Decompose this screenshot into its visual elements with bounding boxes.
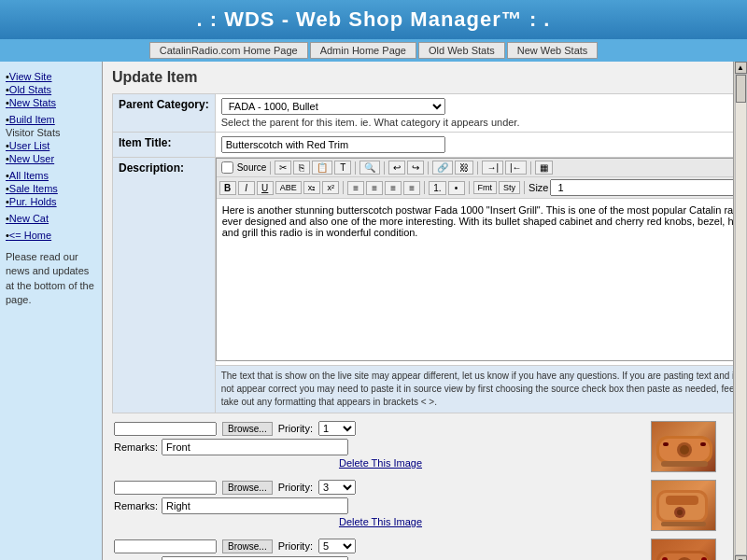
rte-unlink-btn[interactable]: ⛓ (455, 161, 473, 175)
image-file-input-2[interactable] (114, 481, 217, 495)
rte-find-btn[interactable]: 🔍 (359, 161, 380, 175)
parent-category-select[interactable]: FADA - 1000, Bullet (221, 98, 445, 115)
image-left-2: Browse... Priority: 12345 Remarks: Delet… (112, 478, 649, 533)
priority-label-1: Priority: (278, 423, 313, 434)
rte-italic-btn[interactable]: I (238, 181, 255, 195)
rte-indent-btn[interactable]: →| (482, 161, 503, 175)
sidebar-item-old-stats[interactable]: Old Stats (6, 84, 96, 95)
scroll-down-arrow[interactable]: ▼ (735, 555, 747, 560)
image-browse-btn-3[interactable]: Browse... (222, 539, 273, 553)
svg-rect-9 (666, 496, 698, 505)
toolbar-separator-6 (530, 161, 531, 175)
sidebar-item-view-site[interactable]: View Site (6, 71, 96, 82)
svg-rect-4 (663, 442, 669, 446)
rte-toolbar-row1: Source ✂ ⎘ 📋 T 🔍 ↩ ↪ (217, 159, 733, 177)
priority-label-3: Priority: (278, 540, 313, 552)
rte-abbr-btn[interactable]: ABE (275, 181, 302, 194)
rte-format-btn[interactable]: Fmt (473, 181, 498, 194)
rte-outdent-btn[interactable]: |← (505, 161, 527, 175)
sidebar-item-sale-items[interactable]: Sale Items (6, 183, 96, 194)
nav-home[interactable]: CatalinRadio.com Home Page (149, 42, 308, 59)
image-upload-table-3: Browse... Priority: 12345 Remarks: (112, 537, 724, 560)
rte-paste-text-btn[interactable]: T (334, 161, 351, 175)
rte-sub-btn[interactable]: x₂ (303, 181, 321, 194)
image-left-1: Browse... Priority: 12345 Remarks: Delet… (112, 419, 649, 474)
svg-point-3 (680, 445, 689, 455)
svg-point-11 (677, 510, 683, 515)
rte-undo-btn[interactable]: ↩ (388, 161, 405, 175)
nav-new-stats[interactable]: New Web Stats (507, 42, 599, 59)
sidebar-item-pur-holds[interactable]: Pur. Holds (6, 196, 96, 207)
rte-style-btn[interactable]: Sty (499, 181, 520, 194)
nav-old-stats[interactable]: Old Web Stats (418, 42, 505, 59)
priority-label-2: Priority: (278, 482, 313, 493)
rte-underline-btn[interactable]: U (257, 181, 274, 195)
rte-bold-btn[interactable]: B (219, 181, 236, 195)
image-thumb-cell-3 (649, 537, 724, 560)
item-title-input[interactable] (221, 136, 445, 153)
image-browse-btn-1[interactable]: Browse... (222, 422, 273, 436)
image-row-3: Browse... Priority: 12345 Remarks: (112, 537, 724, 560)
delete-image-link-2[interactable]: Delete This Image (114, 516, 647, 527)
sidebar-item-build-item[interactable]: Build Item (6, 114, 96, 125)
rte-sup-btn[interactable]: x² (322, 181, 339, 194)
image-thumbnail-3 (651, 539, 716, 560)
thumb-content-3 (652, 539, 715, 560)
svg-rect-6 (661, 461, 708, 467)
rte-container: Source ✂ ⎘ 📋 T 🔍 ↩ ↪ (216, 158, 733, 361)
priority-select-1[interactable]: 12345 (318, 421, 356, 436)
scroll-track[interactable] (735, 74, 747, 555)
description-note: The text that is show on the live site m… (216, 365, 733, 413)
sidebar-item-new-cat[interactable]: New Cat (6, 213, 96, 224)
toolbar-separator-7 (343, 181, 344, 194)
scroll-thumb[interactable] (736, 75, 746, 103)
thumb-content-1 (652, 422, 715, 471)
priority-select-2[interactable]: 12345 (318, 480, 356, 495)
rte-ul-btn[interactable]: • (448, 181, 465, 195)
image-file-input-3[interactable] (114, 539, 217, 553)
nav-admin[interactable]: Admin Home Page (310, 42, 416, 59)
rte-cut-btn[interactable]: ✂ (275, 161, 291, 175)
remarks-label-1: Remarks: (114, 441, 158, 453)
priority-select-3[interactable]: 12345 (318, 539, 356, 553)
sidebar-item-all-items[interactable]: All Items (6, 170, 96, 181)
sidebar-item-new-stats[interactable]: New Stats (6, 97, 96, 108)
rte-link-btn[interactable]: 🔗 (432, 161, 453, 175)
toolbar-separator-5 (477, 161, 478, 175)
remarks-label-2: Remarks: (114, 500, 158, 511)
remarks-row-3: Remarks: (114, 556, 647, 560)
rte-ol-btn[interactable]: 1. (429, 181, 445, 195)
app-title: . : WDS - Web Shop Manager™ : . (197, 7, 551, 31)
rte-paste-btn[interactable]: 📋 (312, 161, 332, 175)
sidebar-item-home[interactable]: <= Home (6, 230, 96, 241)
sidebar-item-new-user[interactable]: New User (6, 153, 96, 164)
remarks-row-1: Remarks: (114, 439, 647, 455)
rte-align-justify-btn[interactable]: ≡ (403, 181, 420, 195)
image-browse-btn-2[interactable]: Browse... (222, 481, 273, 495)
delete-image-link-1[interactable]: Delete This Image (114, 457, 647, 469)
rte-align-center-btn[interactable]: ≡ (366, 181, 383, 195)
rte-align-right-btn[interactable]: ≡ (385, 181, 402, 195)
rte-size-select[interactable]: 1234 (550, 179, 733, 196)
rte-table-btn[interactable]: ▦ (535, 161, 553, 175)
image-file-input-1[interactable] (114, 422, 217, 436)
remarks-input-3[interactable] (162, 556, 348, 560)
rte-size-label: Size (529, 182, 548, 193)
rte-textarea[interactable]: Here is another stunning butterscotch po… (217, 199, 733, 357)
rte-toolbar-row2: B I U ABE x₂ x² ≡ ≡ ≡ ≡ 1. (217, 177, 733, 199)
sidebar-visitor-stats: Visitor Stats (6, 127, 96, 138)
rte-redo-btn[interactable]: ↪ (407, 161, 424, 175)
remarks-input-2[interactable] (162, 497, 348, 514)
content-area: Update Item Parent Category: FADA - 1000… (103, 62, 733, 560)
scroll-up-arrow[interactable]: ▲ (735, 62, 747, 74)
item-form-table: Parent Category: FADA - 1000, Bullet Sel… (112, 93, 733, 413)
scrollbar[interactable]: ▲ ▼ (733, 62, 747, 560)
rte-align-left-btn[interactable]: ≡ (347, 181, 364, 195)
sidebar-item-user-list[interactable]: User List (6, 140, 96, 151)
remarks-input-1[interactable] (162, 439, 348, 455)
image-file-row-1: Browse... Priority: 12345 (114, 421, 647, 436)
image-thumbnail-1 (651, 421, 716, 472)
rte-source-checkbox[interactable] (221, 161, 233, 174)
rte-copy-btn[interactable]: ⎘ (293, 161, 310, 175)
image-left-3: Browse... Priority: 12345 Remarks: (112, 537, 649, 560)
